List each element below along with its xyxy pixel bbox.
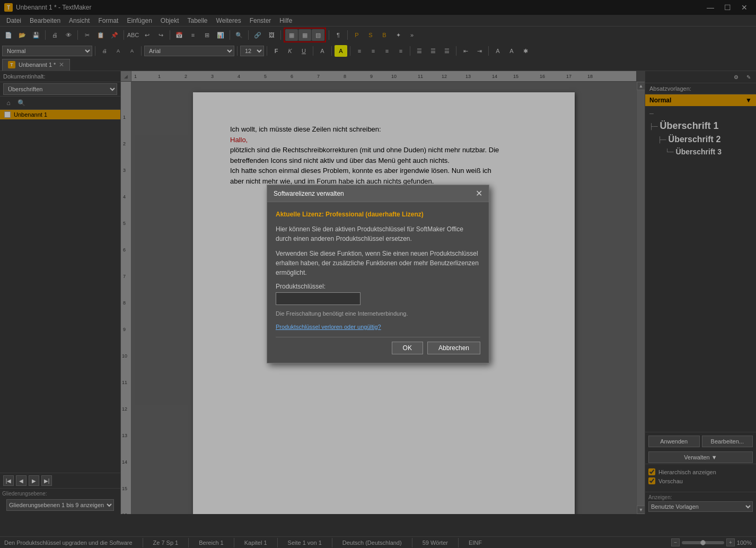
dialog-note: Die Freischaltung benötigt eine Internet… (276, 310, 480, 317)
dialog-cancel-button[interactable]: Abbrechen (427, 342, 480, 354)
dialog-desc2: Verwenden Sie diese Funktion, wenn Sie e… (276, 249, 480, 277)
dialog-title-text: Softwarelizenz verwalten (274, 190, 344, 197)
dialog-close-button[interactable]: ✕ (476, 188, 482, 198)
dialog-license-info: Aktuelle Lizenz: Professional (dauerhaft… (276, 211, 480, 218)
dialog-lost-key-link[interactable]: Produktschlüssel verloren oder ungültig? (276, 324, 381, 330)
dialog-overlay: Softwarelizenz verwalten ✕ Aktuelle Lize… (0, 0, 756, 548)
dialog-body: Aktuelle Lizenz: Professional (dauerhaft… (267, 202, 489, 363)
product-key-input[interactable] (276, 292, 361, 305)
dialog-ok-button[interactable]: OK (392, 342, 423, 354)
dialog-buttons: OK Abbrechen (276, 337, 480, 354)
dialog-desc1: Hier können Sie den aktiven Produktschlü… (276, 224, 480, 243)
software-license-dialog: Softwarelizenz verwalten ✕ Aktuelle Lize… (267, 185, 489, 363)
dialog-title-bar: Softwarelizenz verwalten ✕ (267, 185, 489, 202)
dialog-field-label: Produktschlüssel: (276, 283, 480, 290)
